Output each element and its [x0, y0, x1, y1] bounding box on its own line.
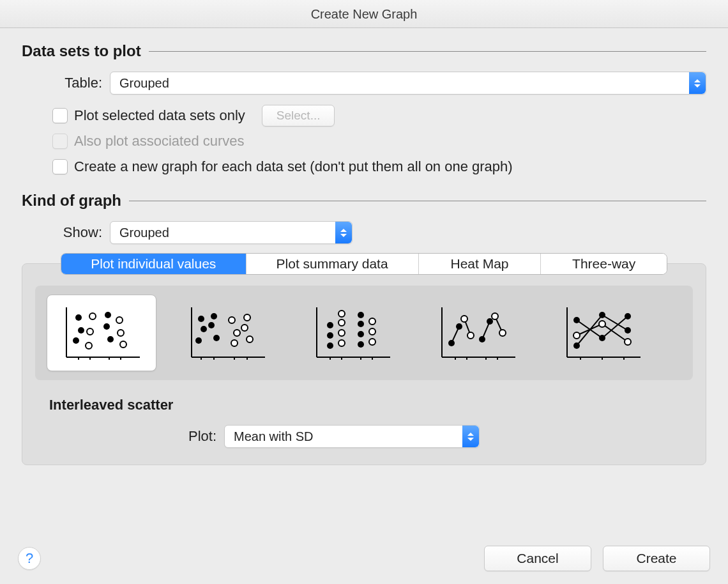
section-kind-label: Kind of graph — [22, 192, 121, 210]
svg-point-12 — [103, 323, 110, 330]
svg-point-86 — [599, 312, 605, 318]
svg-point-79 — [573, 317, 580, 323]
svg-point-85 — [573, 342, 580, 349]
show-select-value: Grouped — [119, 226, 169, 240]
svg-point-64 — [456, 323, 462, 330]
svg-point-35 — [244, 314, 250, 321]
dialog-footer: ? Cancel Create — [0, 533, 728, 584]
thumb-interleaved-scatter[interactable] — [47, 295, 156, 371]
svg-point-54 — [369, 328, 375, 335]
svg-point-72 — [492, 313, 498, 319]
svg-point-48 — [338, 311, 345, 317]
svg-point-15 — [116, 317, 123, 323]
tab-individual-values[interactable]: Plot individual values — [61, 254, 246, 274]
svg-point-33 — [241, 325, 248, 331]
svg-point-47 — [338, 319, 345, 326]
show-label: Show: — [47, 224, 102, 241]
svg-point-26 — [198, 316, 204, 322]
window-title: Create New Graph — [0, 0, 728, 28]
section-datasets-header: Data sets to plot — [22, 42, 706, 60]
table-select[interactable]: Grouped — [110, 72, 706, 95]
svg-point-51 — [358, 321, 364, 327]
svg-point-10 — [89, 313, 96, 319]
thumb-multi-connected-scatter[interactable] — [547, 295, 657, 371]
svg-point-6 — [73, 337, 79, 344]
svg-point-14 — [105, 312, 111, 318]
thumb-separated-scatter[interactable] — [172, 295, 282, 371]
multi-connected-scatter-icon — [557, 301, 647, 365]
help-button[interactable]: ? — [18, 547, 41, 570]
separated-scatter-icon — [182, 301, 271, 365]
new-graph-label: Create a new graph for each data set (do… — [74, 158, 513, 175]
stepper-icon — [335, 222, 352, 243]
svg-point-11 — [87, 328, 93, 335]
svg-point-25 — [201, 326, 207, 332]
svg-point-80 — [599, 335, 605, 341]
thumb-connected-scatter[interactable] — [422, 295, 532, 371]
stepper-icon — [689, 72, 706, 94]
connected-scatter-icon — [432, 301, 522, 365]
thumb-stacked-scatter[interactable] — [297, 295, 407, 371]
svg-point-55 — [369, 318, 375, 325]
svg-point-29 — [211, 313, 217, 319]
svg-point-43 — [327, 332, 333, 339]
section-kind-header: Kind of graph — [22, 192, 706, 210]
graph-style-panel: Plot individual values Plot summary data… — [22, 263, 706, 465]
plot-selected-checkbox[interactable] — [52, 108, 68, 123]
create-button[interactable]: Create — [603, 546, 710, 571]
svg-point-50 — [358, 331, 364, 337]
svg-point-52 — [358, 312, 364, 318]
interleaved-scatter-icon — [57, 301, 146, 365]
divider — [129, 201, 706, 201]
stepper-icon — [462, 426, 479, 447]
svg-point-9 — [86, 342, 92, 349]
new-graph-checkbox[interactable] — [52, 159, 68, 174]
graph-thumbnails — [35, 286, 693, 380]
section-datasets-label: Data sets to plot — [22, 42, 141, 60]
graph-tabs: Plot individual values Plot summary data… — [61, 253, 667, 275]
svg-point-24 — [195, 337, 202, 344]
stacked-scatter-icon — [307, 301, 397, 365]
plot-select-value: Mean with SD — [234, 429, 314, 444]
svg-point-69 — [479, 336, 485, 342]
table-label: Table: — [47, 75, 102, 91]
svg-point-81 — [625, 313, 631, 319]
svg-point-84 — [625, 339, 631, 345]
svg-point-16 — [120, 341, 126, 348]
svg-point-7 — [78, 327, 84, 334]
tab-three-way[interactable]: Three-way — [541, 254, 667, 274]
svg-point-31 — [234, 330, 240, 336]
also-plot-checkbox — [52, 134, 68, 149]
select-button[interactable]: Select... — [262, 105, 335, 127]
svg-point-66 — [461, 316, 467, 322]
svg-point-63 — [448, 340, 455, 346]
svg-point-8 — [75, 314, 82, 321]
svg-point-49 — [358, 341, 364, 348]
tab-summary-data[interactable]: Plot summary data — [246, 254, 419, 274]
svg-point-44 — [327, 322, 333, 328]
plot-label: Plot: — [188, 428, 216, 445]
svg-point-13 — [107, 336, 114, 342]
svg-point-32 — [231, 340, 238, 346]
svg-point-83 — [599, 321, 605, 327]
svg-point-73 — [499, 330, 506, 336]
svg-point-45 — [338, 340, 345, 346]
show-select[interactable]: Grouped — [110, 221, 353, 244]
also-plot-label: Also plot associated curves — [74, 133, 245, 150]
svg-point-30 — [229, 317, 235, 323]
svg-point-70 — [487, 318, 493, 325]
svg-point-17 — [118, 330, 124, 336]
svg-point-28 — [213, 335, 220, 341]
svg-point-42 — [327, 342, 333, 349]
cancel-button[interactable]: Cancel — [484, 546, 591, 571]
svg-point-46 — [338, 330, 345, 336]
svg-point-87 — [625, 327, 631, 334]
divider — [149, 51, 706, 52]
tab-heat-map[interactable]: Heat Map — [419, 254, 542, 274]
plot-select[interactable]: Mean with SD — [224, 425, 480, 448]
plot-selected-label: Plot selected data sets only — [74, 107, 245, 124]
svg-point-82 — [573, 332, 580, 339]
svg-point-67 — [467, 332, 474, 339]
svg-point-34 — [246, 336, 253, 342]
svg-point-53 — [369, 339, 375, 345]
